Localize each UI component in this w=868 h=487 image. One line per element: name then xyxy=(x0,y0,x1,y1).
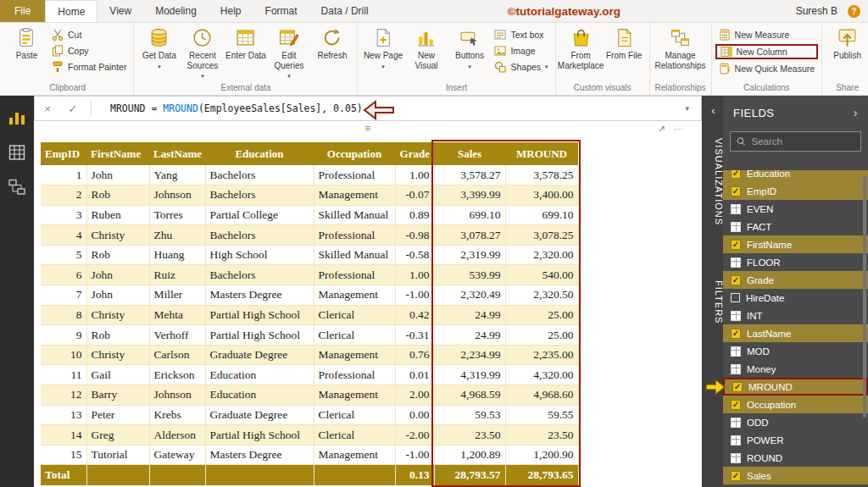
image-button[interactable]: Image xyxy=(491,44,551,58)
field-item-fact[interactable]: FACT xyxy=(723,218,868,235)
field-checkbox-checked[interactable]: ✓ xyxy=(731,329,741,339)
focus-mode-icon[interactable]: ↗ xyxy=(658,124,665,135)
field-checkbox-checked[interactable]: ✓ xyxy=(731,170,741,179)
fields-panel-title: FIELDS xyxy=(733,107,775,119)
column-header-education[interactable]: Education xyxy=(205,142,314,165)
column-header-mround[interactable]: MROUND xyxy=(505,142,578,165)
field-item-education[interactable]: ✓Education xyxy=(723,170,868,182)
field-item-even[interactable]: EVEN xyxy=(723,200,868,218)
new-visual-button[interactable]: New Visual xyxy=(404,24,448,82)
report-view-button[interactable] xyxy=(7,108,27,128)
data-view-button[interactable] xyxy=(7,142,27,163)
field-item-firstname[interactable]: ✓FirstName xyxy=(723,235,868,253)
more-options-icon[interactable]: ··· xyxy=(674,124,683,135)
user-name[interactable]: Suresh B xyxy=(796,0,837,22)
text-box-button[interactable]: Text box xyxy=(491,28,551,42)
column-header-firstname[interactable]: FirstName xyxy=(86,142,149,165)
commit-icon[interactable]: ✓ xyxy=(60,102,86,115)
edit-queries-button[interactable]: Edit Queries▾ xyxy=(267,24,310,82)
column-header-sales[interactable]: Sales xyxy=(434,142,505,165)
field-item-floor[interactable]: FLOOR xyxy=(723,253,868,271)
tab-home[interactable]: Home xyxy=(45,0,97,22)
tab-format[interactable]: Format xyxy=(253,0,309,22)
tab-file[interactable]: File xyxy=(0,0,45,22)
field-item-int[interactable]: INT xyxy=(723,307,868,324)
column-header-occupation[interactable]: Occupation xyxy=(314,142,395,165)
marketplace-bag-icon xyxy=(570,27,592,48)
field-label: Occupation xyxy=(747,400,796,410)
field-checkbox-unchecked[interactable] xyxy=(731,293,740,302)
search-input[interactable] xyxy=(751,136,854,147)
new-page-icon xyxy=(372,27,393,48)
enter-data-button[interactable]: Enter Data xyxy=(224,24,267,82)
help-icon[interactable]: ? xyxy=(848,5,860,18)
cancel-icon[interactable]: × xyxy=(35,102,60,115)
total-sales: 28,793.57 xyxy=(434,465,505,485)
field-checkbox-checked[interactable]: ✓ xyxy=(731,275,741,285)
calculated-column-icon xyxy=(731,311,741,321)
field-item-hiredate[interactable]: HireDate xyxy=(723,289,868,307)
dropdown-caret-icon: ▾ xyxy=(158,64,161,70)
field-item-money[interactable]: Money xyxy=(723,360,868,378)
shapes-button[interactable]: Shapes▾ xyxy=(491,60,551,74)
publish-button[interactable]: Publish xyxy=(826,24,868,82)
field-item-mround[interactable]: ✓MROUND xyxy=(723,378,868,396)
field-checkbox-checked[interactable]: ✓ xyxy=(731,471,741,481)
from-marketplace-button[interactable]: From Marketplace xyxy=(559,24,603,82)
tab-help[interactable]: Help xyxy=(209,0,253,22)
paste-button[interactable]: Paste xyxy=(5,24,48,82)
format-painter-button[interactable]: Format Painter xyxy=(48,60,130,74)
formula-bar[interactable]: × ✓ MROUND = MROUND(EmployeeSales[Sales]… xyxy=(34,96,702,121)
tab-data-drill[interactable]: Data / Drill xyxy=(309,0,381,22)
new-measure-button[interactable]: New Measure xyxy=(715,28,819,42)
expand-pane-icon[interactable]: ‹ xyxy=(703,104,724,117)
calculated-column-icon xyxy=(731,204,741,214)
model-view-button[interactable] xyxy=(7,177,27,197)
fields-scrollbar[interactable] xyxy=(863,176,866,418)
dropdown-caret-icon: ▾ xyxy=(381,64,385,70)
get-data-button[interactable]: Get Data▾ xyxy=(137,24,181,82)
recent-sources-button[interactable]: Recent Sources▾ xyxy=(181,24,224,82)
ribbon: Paste Cut Copy Format Painter xyxy=(0,23,868,96)
field-item-power[interactable]: POWER xyxy=(723,431,868,449)
tab-modeling[interactable]: Modeling xyxy=(143,0,209,22)
field-item-lastname[interactable]: ✓LastName xyxy=(723,324,868,342)
calculator-icon xyxy=(719,29,731,41)
cut-button[interactable]: Cut xyxy=(48,28,130,42)
calculated-column-icon xyxy=(731,364,741,374)
paintbrush-icon xyxy=(52,61,64,73)
group-label-clipboard: Clipboard xyxy=(5,82,130,95)
field-item-occupation[interactable]: ✓Occupation xyxy=(723,396,868,413)
field-checkbox-checked[interactable]: ✓ xyxy=(731,186,741,196)
field-item-grade[interactable]: ✓Grade xyxy=(723,271,868,289)
tab-view[interactable]: View xyxy=(97,0,143,22)
calculated-column-icon xyxy=(731,222,741,232)
manage-relationships-button[interactable]: Manage Relationships xyxy=(654,24,708,82)
buttons-button[interactable]: Buttons▾ xyxy=(448,24,491,82)
formula-expand-icon[interactable]: ▾ xyxy=(685,104,689,113)
field-item-round[interactable]: ROUND xyxy=(723,449,868,467)
copy-button[interactable]: Copy xyxy=(48,44,130,58)
field-item-sales[interactable]: ✓Sales xyxy=(723,467,868,484)
visualizations-pane-tab[interactable]: VISUALIZATIONS xyxy=(703,138,724,225)
field-item-mod[interactable]: MOD xyxy=(723,342,868,360)
new-page-button[interactable]: New Page▾ xyxy=(361,24,404,82)
refresh-button[interactable]: Refresh xyxy=(310,24,353,82)
field-item-empid[interactable]: ✓EmpID xyxy=(723,182,868,200)
from-file-button[interactable]: From File xyxy=(603,24,646,82)
filters-pane-tab[interactable]: FILTERS xyxy=(703,280,724,324)
field-item-odd[interactable]: ODD xyxy=(723,413,868,431)
formula-input[interactable]: MROUND = MROUND(EmployeeSales[Sales], 0.… xyxy=(110,102,363,114)
column-header-grade[interactable]: Grade xyxy=(395,142,434,165)
field-checkbox-checked[interactable]: ✓ xyxy=(731,240,741,250)
column-header-empid[interactable]: EmpID xyxy=(41,142,86,165)
new-column-button[interactable]: New Column xyxy=(715,44,819,59)
column-header-lastname[interactable]: LastName xyxy=(149,142,205,165)
total-mround: 28,793.65 xyxy=(505,465,578,485)
field-search[interactable] xyxy=(730,131,861,152)
field-checkbox-checked[interactable]: ✓ xyxy=(732,382,743,392)
collapse-fields-icon[interactable]: › xyxy=(854,106,858,119)
field-checkbox-checked[interactable]: ✓ xyxy=(731,400,741,410)
new-quick-measure-button[interactable]: New Quick Measure xyxy=(715,62,819,75)
visual-drag-handle-icon[interactable]: ≡ xyxy=(364,122,371,135)
